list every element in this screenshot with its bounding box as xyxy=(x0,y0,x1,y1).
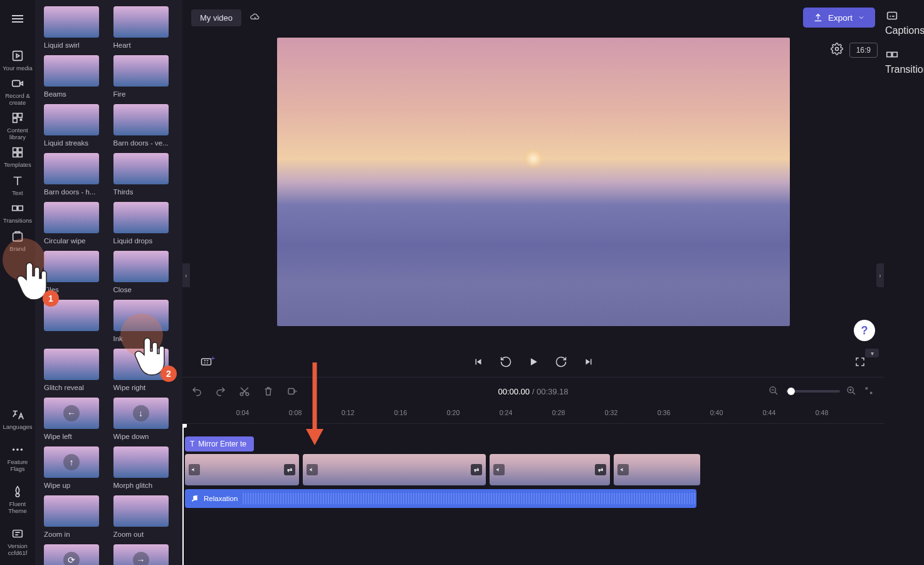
playhead[interactable] xyxy=(182,424,184,565)
ruler-tick: 0:12 xyxy=(342,409,354,416)
rewind-icon[interactable] xyxy=(500,356,512,368)
transition-item[interactable]: → xyxy=(113,544,176,565)
audio-track[interactable]: Relaxation xyxy=(185,489,696,508)
right-rail-captions[interactable]: Captions xyxy=(885,9,923,36)
delete-icon[interactable] xyxy=(263,386,274,397)
redo-icon[interactable] xyxy=(215,386,226,397)
transition-marker-icon[interactable]: ⇄ xyxy=(471,464,482,475)
nav-templates[interactable]: Templates xyxy=(1,143,34,171)
cloud-sync-icon[interactable] xyxy=(249,12,260,23)
transition-item[interactable]: Close xyxy=(113,251,176,293)
svg-point-20 xyxy=(835,48,838,51)
svg-point-23 xyxy=(246,393,249,396)
nav-version[interactable]: Version ccfd61f xyxy=(1,524,34,559)
transition-item[interactable]: Thirds xyxy=(113,153,176,196)
export-label: Export xyxy=(828,13,853,23)
transition-item[interactable]: ↑Wipe up xyxy=(44,446,106,489)
transition-item[interactable]: Liquid streaks xyxy=(44,104,106,147)
transition-item[interactable]: Barn doors - h... xyxy=(44,153,106,196)
transition-item[interactable]: Circular wipe xyxy=(44,202,106,245)
nav-lang[interactable]: Languages xyxy=(1,405,34,433)
topbar: My video Export xyxy=(182,0,884,35)
skip-start-icon[interactable] xyxy=(472,356,485,368)
ruler-tick: 0:24 xyxy=(500,409,512,416)
volume-icon[interactable] xyxy=(493,464,505,475)
svg-rect-24 xyxy=(288,389,294,394)
transition-item[interactable]: Barn doors - ve... xyxy=(113,104,176,147)
volume-icon[interactable] xyxy=(307,464,318,475)
zoom-slider[interactable] xyxy=(786,390,840,393)
transition-item[interactable]: Liquid drops xyxy=(113,202,176,245)
ruler-tick: 0:48 xyxy=(816,409,828,416)
text-clip-badge[interactable]: T Mirror Enter te xyxy=(185,436,254,451)
text-clip-label: Mirror Enter te xyxy=(198,440,246,448)
svg-line-26 xyxy=(775,392,777,394)
transition-item[interactable]: Morph glitch xyxy=(113,446,176,489)
aspect-ratio-chip[interactable]: 16:9 xyxy=(849,43,878,58)
help-button[interactable]: ? xyxy=(854,320,875,341)
transition-item[interactable]: Glitch reveal xyxy=(44,349,106,391)
collapse-right-panel[interactable]: › xyxy=(876,263,884,287)
svg-rect-12 xyxy=(13,206,17,210)
settings-icon[interactable] xyxy=(831,43,843,58)
collapse-left-panel[interactable]: ‹ xyxy=(182,263,190,287)
ruler-tick: 0:36 xyxy=(658,409,670,416)
undo-icon[interactable] xyxy=(191,386,202,397)
nav-theme[interactable]: Fluent Theme xyxy=(1,482,34,517)
timeline-ruler[interactable]: 0:040:080:120:160:200:240:280:320:360:40… xyxy=(182,405,884,424)
transition-item[interactable]: Zoom in xyxy=(44,495,106,538)
transition-item[interactable]: ↓Wipe down xyxy=(113,398,176,440)
transition-marker-icon[interactable]: ⇄ xyxy=(284,464,295,475)
video-clip[interactable]: ⇄ xyxy=(490,454,610,485)
video-preview[interactable] xyxy=(277,38,790,326)
nav-library[interactable]: Content library xyxy=(1,108,34,143)
ruler-tick: 0:08 xyxy=(289,409,302,416)
timeline-tracks[interactable]: T Mirror Enter te ⇄⇄⇄ Relaxation xyxy=(182,424,884,565)
svg-rect-10 xyxy=(13,153,17,157)
skip-end-icon[interactable] xyxy=(582,356,595,368)
svg-rect-9 xyxy=(18,148,22,152)
transition-item[interactable]: Zoom out xyxy=(113,495,176,538)
cut-icon[interactable] xyxy=(239,386,250,397)
right-rail-transition[interactable]: Transition xyxy=(885,48,923,75)
video-clip[interactable]: ⇄ xyxy=(303,454,486,485)
nav-text[interactable]: Text xyxy=(1,171,34,199)
forward-icon[interactable] xyxy=(555,356,567,368)
video-track: ⇄⇄⇄ xyxy=(185,454,700,485)
nav-transitions[interactable]: Transitions xyxy=(1,199,34,226)
video-clip[interactable] xyxy=(614,454,700,485)
ruler-tick: 0:40 xyxy=(710,409,723,416)
zoom-fit-icon[interactable] xyxy=(864,386,875,397)
transition-item[interactable]: Tiles xyxy=(44,251,106,293)
svg-point-32 xyxy=(192,500,193,501)
export-button[interactable]: Export xyxy=(803,8,875,28)
project-title[interactable]: My video xyxy=(191,9,241,26)
menu-icon[interactable] xyxy=(10,11,25,26)
ruler-tick: 0:16 xyxy=(394,409,407,416)
fullscreen-icon[interactable] xyxy=(854,356,866,368)
video-clip[interactable]: ⇄ xyxy=(185,454,299,485)
nav-media[interactable]: Your media xyxy=(1,46,34,74)
volume-icon[interactable] xyxy=(189,464,200,475)
transition-item[interactable]: ⟳ xyxy=(44,544,106,565)
transition-marker-icon[interactable]: ⇄ xyxy=(595,464,606,475)
upload-icon xyxy=(813,13,823,23)
zoom-in-icon[interactable] xyxy=(846,386,858,397)
transition-item[interactable]: Beams xyxy=(44,55,106,98)
step-2-pointer: 2 xyxy=(132,332,171,379)
volume-icon[interactable] xyxy=(617,464,629,475)
transition-item[interactable]: Liquid swirl xyxy=(44,6,106,49)
transition-item[interactable]: Heart xyxy=(113,6,176,49)
transition-item[interactable]: ←Wipe left xyxy=(44,398,106,440)
nav-record[interactable]: Record & create xyxy=(1,74,34,108)
captions-preview-icon[interactable]: + xyxy=(200,356,213,368)
split-icon[interactable] xyxy=(286,386,298,397)
preview-area: 16:9 xyxy=(182,35,884,347)
svg-point-17 xyxy=(21,449,23,451)
expand-timeline-icon[interactable]: ▾ xyxy=(865,349,879,357)
svg-point-16 xyxy=(16,449,19,451)
play-icon[interactable] xyxy=(527,356,540,368)
nav-flags[interactable]: Feature Flags xyxy=(1,440,34,475)
transition-item[interactable]: Fire xyxy=(113,55,176,98)
zoom-out-icon[interactable] xyxy=(769,386,780,397)
